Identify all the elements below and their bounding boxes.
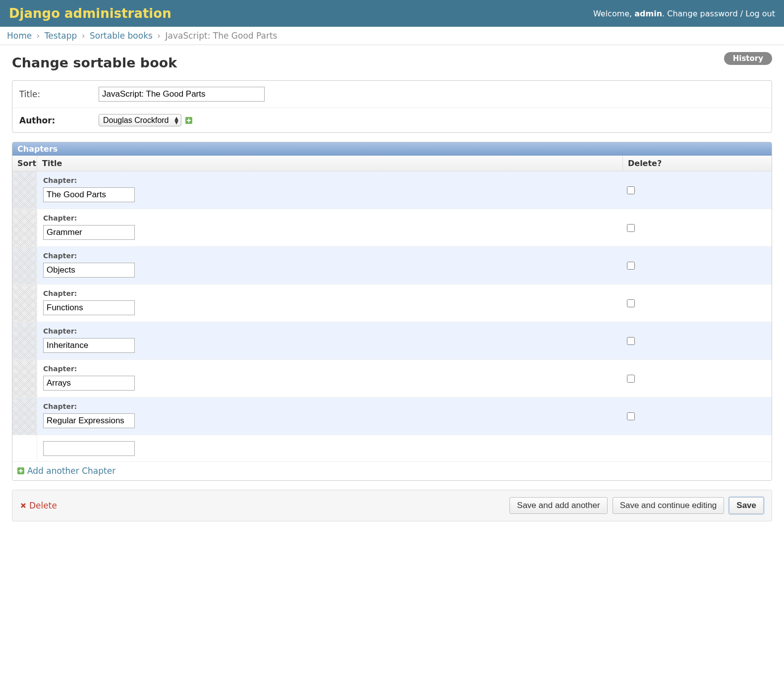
chapter-title-input[interactable] [43, 225, 135, 240]
content: History Change sortable book Title: Auth… [0, 45, 784, 531]
chapter-mini-label: Chapter: [43, 365, 617, 373]
chapter-mini-label: Chapter: [43, 289, 617, 297]
sort-handle[interactable] [12, 209, 37, 246]
inline-heading: Chapters [12, 142, 772, 156]
col-sort: Sort [12, 156, 37, 171]
sort-handle [12, 435, 37, 461]
sort-handle[interactable] [12, 171, 37, 209]
delete-checkbox[interactable] [627, 375, 635, 383]
inline-row: Chapter: [12, 247, 772, 284]
author-label: Author: [19, 115, 99, 125]
inline-row: Chapter: [12, 171, 772, 209]
object-tools: History [724, 52, 772, 65]
save-button[interactable] [729, 497, 764, 514]
x-icon [20, 503, 26, 509]
welcome-prefix: Welcome, [593, 9, 634, 18]
chapters-inline: Chapters Sort Title Delete? Chapter:Chap… [12, 142, 772, 481]
submit-row: Delete [12, 490, 772, 521]
form-row-author: Author: Douglas Crockford ▲▼ [12, 108, 772, 132]
chapter-mini-label: Chapter: [43, 327, 617, 335]
username: admin [634, 9, 662, 18]
title-input[interactable] [99, 87, 265, 102]
user-tools-sep: / [740, 9, 745, 18]
chapter-title-input[interactable] [43, 376, 135, 391]
sort-handle[interactable] [12, 322, 37, 359]
delete-link[interactable]: Delete [20, 501, 57, 511]
sort-handle[interactable] [12, 360, 37, 397]
main-fieldset: Title: Author: Douglas Crockford ▲▼ [12, 80, 772, 133]
chapter-title-input-empty[interactable] [43, 441, 135, 456]
chapter-title-input[interactable] [43, 187, 135, 202]
add-author-button[interactable] [185, 117, 192, 124]
chapter-mini-label: Chapter: [43, 176, 617, 184]
delete-checkbox[interactable] [627, 412, 635, 420]
col-title: Title [37, 156, 623, 171]
title-label: Title: [19, 89, 99, 99]
breadcrumb-app[interactable]: Testapp [45, 31, 77, 41]
chapter-title-input[interactable] [43, 413, 135, 428]
save-continue-button[interactable] [613, 497, 725, 514]
page-title: Change sortable book [12, 55, 772, 70]
add-row: Add another Chapter [12, 462, 772, 480]
chapter-mini-label: Chapter: [43, 252, 617, 260]
sort-handle[interactable] [12, 397, 37, 435]
chapter-title-input[interactable] [43, 338, 135, 353]
delete-checkbox[interactable] [627, 262, 635, 270]
breadcrumb-home[interactable]: Home [7, 31, 32, 41]
logout-link[interactable]: Log out [745, 9, 775, 18]
delete-checkbox[interactable] [627, 186, 635, 194]
branding: Django administration [9, 6, 171, 21]
col-delete: Delete? [623, 156, 772, 171]
breadcrumbs: Home › Testapp › Sortable books › JavaSc… [0, 27, 784, 45]
inline-empty-row [12, 435, 772, 462]
inline-row: Chapter: [12, 397, 772, 435]
form-row-title: Title: [12, 81, 772, 108]
add-another-label: Add another Chapter [27, 466, 115, 476]
delete-checkbox[interactable] [627, 299, 635, 307]
inline-rows: Chapter:Chapter:Chapter:Chapter:Chapter:… [12, 171, 772, 435]
change-password-link[interactable]: Change password [667, 9, 737, 18]
breadcrumb-sep: › [82, 31, 85, 41]
user-tools: Welcome, admin. Change password / Log ou… [593, 9, 775, 18]
delete-checkbox[interactable] [627, 337, 635, 345]
chapter-mini-label: Chapter: [43, 402, 617, 410]
sort-handle[interactable] [12, 284, 37, 322]
inline-row: Chapter: [12, 284, 772, 322]
inline-row: Chapter: [12, 360, 772, 397]
inline-row: Chapter: [12, 322, 772, 360]
admin-header: Django administration Welcome, admin. Ch… [0, 0, 784, 27]
welcome-suffix: . [662, 9, 667, 18]
chapter-mini-label: Chapter: [43, 214, 617, 222]
breadcrumb-sep: › [37, 31, 40, 41]
inline-thead: Sort Title Delete? [12, 156, 772, 171]
history-button[interactable]: History [724, 52, 772, 65]
breadcrumb-model[interactable]: Sortable books [90, 31, 153, 41]
author-select[interactable]: Douglas Crockford [99, 114, 181, 126]
delete-checkbox[interactable] [627, 224, 635, 232]
plus-icon [17, 467, 24, 474]
plus-icon [185, 117, 192, 124]
delete-label: Delete [29, 501, 57, 511]
save-add-another-button[interactable] [509, 497, 607, 514]
add-another-chapter[interactable]: Add another Chapter [17, 466, 115, 476]
sort-handle[interactable] [12, 247, 37, 284]
breadcrumb-current: JavaScript: The Good Parts [166, 31, 278, 41]
chapter-title-input[interactable] [43, 263, 135, 278]
inline-row: Chapter: [12, 209, 772, 247]
chapter-title-input[interactable] [43, 300, 135, 315]
breadcrumb-sep: › [157, 31, 161, 41]
